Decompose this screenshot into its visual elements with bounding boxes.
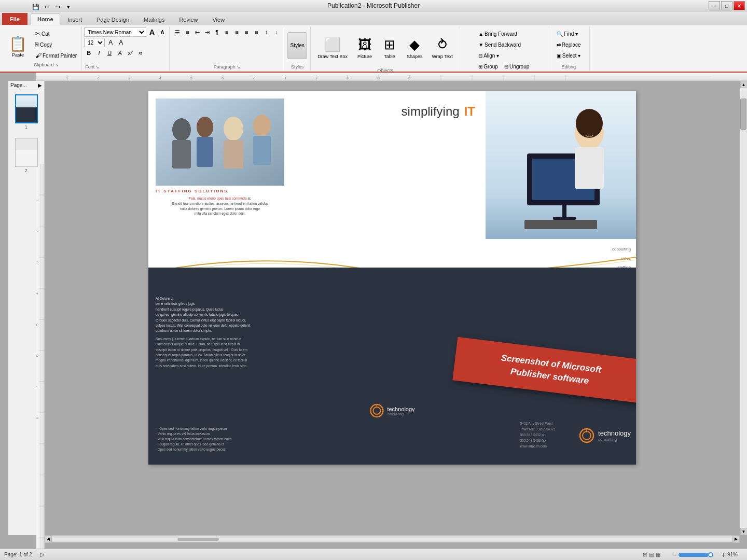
send-backward-label: Send Backward (485, 42, 521, 48)
address-block: 5422 Any Street West Townsville, State 5… (520, 421, 556, 449)
ungroup-button[interactable]: ⊟ Ungroup (502, 61, 532, 72)
text-direction-button[interactable]: ↓ (271, 27, 281, 37)
find-button[interactable]: 🔍 Find ▾ (554, 29, 584, 39)
wrap-text-button[interactable]: ⥁ Wrap Text (428, 30, 457, 67)
zoom-level[interactable]: 91% (727, 552, 743, 557)
draw-text-box-icon: ⬜ (324, 37, 341, 53)
svg-text:6: 6 (36, 355, 39, 357)
objects-group: ⬜ Draw Text Box 🖼 Picture ⊞ Table ◆ Shap… (311, 26, 460, 71)
send-backward-button[interactable]: ▼ Send Backward (476, 39, 532, 50)
scroll-down-button[interactable]: ▼ (740, 528, 748, 535)
paragraph-expand-icon[interactable]: ↘ (237, 65, 240, 69)
minimize-button[interactable]: ─ (709, 1, 720, 10)
tech-logo-right: technology consulting (578, 427, 631, 444)
font-expand-icon[interactable]: ↘ (95, 65, 99, 69)
replace-button[interactable]: ⇄ Replace (554, 39, 584, 50)
styles-label-group: Styles (291, 64, 304, 69)
strikethrough-button[interactable]: X (115, 48, 125, 58)
page-2-image (15, 138, 38, 167)
format-painter-button[interactable]: 🖌 Format Painter (33, 50, 79, 61)
view-normal-button[interactable]: ⊞ (643, 552, 647, 557)
cut-label: Cut (42, 31, 50, 37)
scroll-thumb-h[interactable] (177, 538, 219, 541)
picture-button[interactable]: 🖼 Picture (353, 30, 376, 67)
styles-label: Styles (290, 43, 305, 48)
zoom-plus-button[interactable]: + (722, 551, 726, 559)
clipboard-label: Clipboard (34, 62, 54, 67)
canvas-area[interactable]: IT STAFFING SOLUTIONS Pala, matus eteno … (45, 81, 740, 535)
scroll-up-button[interactable]: ▲ (740, 81, 748, 88)
page-design-tab[interactable]: Page Design (90, 14, 136, 25)
svg-text:4: 4 (36, 292, 39, 295)
page-2-thumb[interactable]: 2 (14, 137, 39, 174)
maximize-button[interactable]: □ (721, 1, 732, 10)
indent-decrease-button[interactable]: ⇤ (192, 27, 202, 37)
copy-button[interactable]: ⎘ Copy (33, 39, 79, 50)
mailings-tab[interactable]: Mailings (137, 14, 171, 25)
redo-button[interactable]: ↪ (53, 2, 62, 11)
arrange-group: ▲ Bring Forward ▼ Send Backward ⊟ Align … (460, 26, 548, 71)
font-color-button[interactable]: A (106, 38, 115, 47)
undo-button[interactable]: ↩ (42, 2, 51, 11)
group-button[interactable]: ⊞ Group (476, 61, 501, 72)
file-tab[interactable]: File (2, 13, 27, 25)
scroll-right-button[interactable]: ▶ (732, 536, 740, 543)
copy-icon: ⎘ (35, 41, 39, 48)
close-button[interactable]: ✕ (734, 1, 745, 10)
font-size-shrink-button[interactable]: A (158, 27, 167, 37)
pages-collapse-icon[interactable]: ▶ (38, 82, 42, 88)
bullets-button[interactable]: ☰ (173, 27, 182, 37)
horizontal-scrollbar[interactable]: ◀ ▶ (45, 535, 740, 542)
select-button[interactable]: ▣ Select ▾ (554, 50, 584, 61)
indent-increase-button[interactable]: ⇥ (202, 27, 212, 37)
bold-button[interactable]: B (84, 48, 93, 58)
review-tab[interactable]: Review (172, 14, 204, 25)
view-2-button[interactable]: ▤ (649, 552, 654, 557)
wrap-text-label: Wrap Text (432, 54, 453, 60)
align-left-button[interactable]: ≡ (222, 27, 231, 37)
align-button[interactable]: ⊟ Align ▾ (476, 50, 532, 61)
styles-button[interactable]: Styles (287, 32, 307, 59)
svg-text:8: 8 (36, 417, 39, 419)
scroll-thumb-v[interactable] (740, 99, 746, 130)
line-spacing-button[interactable]: ↕ (261, 27, 271, 37)
align-right-button[interactable]: ≡ (242, 27, 251, 37)
zoom-controls: − + 91% (673, 551, 743, 559)
vertical-scrollbar[interactable]: ▲ ▼ (740, 81, 747, 535)
page-2-label: 2 (25, 168, 27, 173)
numbering-button[interactable]: ≡ (183, 27, 192, 37)
font-size-grow-button[interactable]: A (147, 27, 157, 37)
pilcrow-button[interactable]: ¶ (212, 27, 222, 37)
justify-button[interactable]: ≡ (252, 27, 261, 37)
scroll-left-button[interactable]: ◀ (45, 536, 52, 543)
underline-button[interactable]: U (105, 48, 114, 58)
draw-text-box-button[interactable]: ⬜ Draw Text Box (314, 30, 351, 67)
subscript-button[interactable]: x₂ (136, 48, 145, 58)
zoom-slider[interactable] (679, 553, 720, 557)
superscript-button[interactable]: x² (126, 48, 135, 58)
save-button[interactable]: 💾 (31, 2, 40, 11)
page-1-thumb[interactable]: 1 (14, 93, 39, 131)
home-tab[interactable]: Home (31, 13, 60, 25)
svg-rect-66 (553, 217, 576, 220)
shapes-button[interactable]: ◆ Shapes (403, 30, 426, 67)
simplifying-it-headline: simplifying IT (402, 104, 475, 119)
insert-tab[interactable]: Insert (61, 14, 89, 25)
clipboard-expand-icon[interactable]: ↘ (55, 63, 59, 67)
svg-text:5: 5 (190, 76, 192, 80)
bring-forward-button[interactable]: ▲ Bring Forward (476, 29, 532, 39)
woman-computer-photo (486, 91, 636, 239)
font-highlight-button[interactable]: A (116, 38, 126, 47)
zoom-handle[interactable] (708, 552, 713, 557)
font-family-select[interactable]: Times New Roman (84, 27, 146, 37)
table-button[interactable]: ⊞ Table (378, 30, 401, 67)
view-tab[interactable]: View (205, 14, 231, 25)
view-3-button[interactable]: ▦ (656, 552, 660, 557)
paste-button[interactable]: 📋 Paste (4, 27, 32, 65)
cut-button[interactable]: ✂ Cut (33, 29, 79, 39)
align-center-button[interactable]: ≡ (232, 27, 241, 37)
qat-more-button[interactable]: ▾ (64, 2, 73, 11)
italic-button[interactable]: I (94, 48, 104, 58)
font-size-select[interactable]: 12 (84, 38, 105, 47)
zoom-minus-button[interactable]: − (673, 551, 677, 559)
